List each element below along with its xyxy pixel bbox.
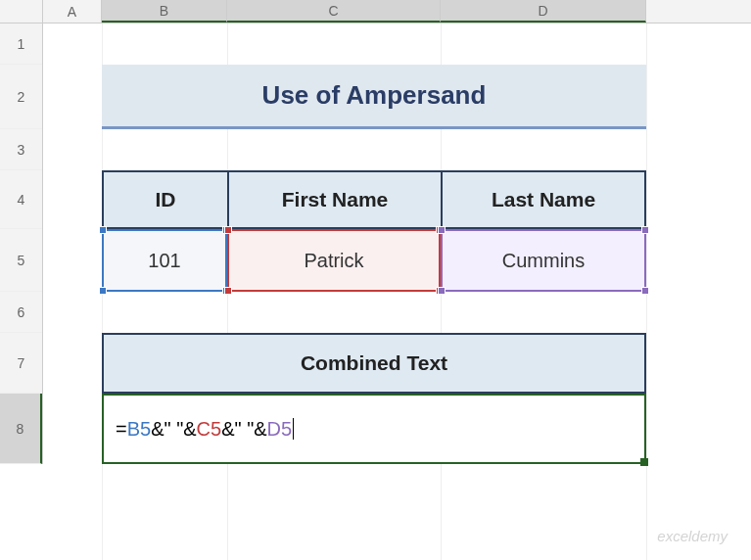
table-header-row: ID First Name Last Name <box>102 170 646 229</box>
col-header-c[interactable]: C <box>227 0 441 23</box>
row-header-3[interactable]: 3 <box>0 129 42 170</box>
header-first-name[interactable]: First Name <box>227 170 441 229</box>
row-header-4[interactable]: 4 <box>0 170 42 229</box>
selection-handle[interactable] <box>438 226 446 234</box>
grid-area: Use of Ampersand ID First Name Last Name… <box>43 23 748 560</box>
header-id[interactable]: ID <box>102 170 227 229</box>
select-all-corner[interactable] <box>0 0 43 23</box>
cell-b5-value: 101 <box>148 250 180 272</box>
formula-ref-b5: B5 <box>127 418 151 441</box>
cell-b5[interactable]: 101 <box>102 229 227 292</box>
row-header-6[interactable]: 6 <box>0 292 42 333</box>
formula-ref-c5: C5 <box>197 418 222 441</box>
fill-handle[interactable] <box>640 458 648 466</box>
selection-handle[interactable] <box>641 287 649 295</box>
selection-handle[interactable] <box>99 287 107 295</box>
selection-handle[interactable] <box>224 226 232 234</box>
row-header-7[interactable]: 7 <box>0 333 42 394</box>
watermark: exceldemy <box>657 528 728 544</box>
data-row: 101 Patrick Cummins <box>102 229 646 292</box>
cell-c5[interactable]: Patrick <box>227 229 441 292</box>
col-header-a[interactable]: A <box>43 0 102 23</box>
col-header-d[interactable]: D <box>441 0 646 23</box>
column-header-row: A B C D <box>0 0 751 23</box>
col-header-b[interactable]: B <box>102 0 227 23</box>
text-cursor <box>293 418 294 440</box>
selection-handle[interactable] <box>438 287 446 295</box>
cell-d5-value: Cummins <box>502 250 585 272</box>
cell-d5[interactable]: Cummins <box>441 229 646 292</box>
formula-amp-2: &" "& <box>221 418 266 441</box>
formula-amp-1: &" "& <box>151 418 196 441</box>
selection-handle[interactable] <box>224 287 232 295</box>
row-header-8[interactable]: 8 <box>0 394 42 464</box>
header-last-name[interactable]: Last Name <box>441 170 646 229</box>
cell-b8-active[interactable]: =B5&" "&C5&" "&D5 <box>102 394 646 464</box>
selection-handle[interactable] <box>99 226 107 234</box>
combined-header-cell[interactable]: Combined Text <box>102 333 646 394</box>
row-header-2[interactable]: 2 <box>0 65 42 129</box>
cell-c5-value: Patrick <box>304 250 363 272</box>
title-cell[interactable]: Use of Ampersand <box>102 65 646 129</box>
selection-handle[interactable] <box>641 226 649 234</box>
row-header-col: 1 2 3 4 5 6 7 8 <box>0 23 43 464</box>
row-header-1[interactable]: 1 <box>0 23 42 65</box>
formula-ref-d5: D5 <box>267 418 293 441</box>
formula-eq: = <box>116 418 127 441</box>
spreadsheet: A B C D 1 2 3 4 5 6 7 8 Use of Ampersand… <box>0 0 751 560</box>
row-header-5[interactable]: 5 <box>0 229 42 292</box>
